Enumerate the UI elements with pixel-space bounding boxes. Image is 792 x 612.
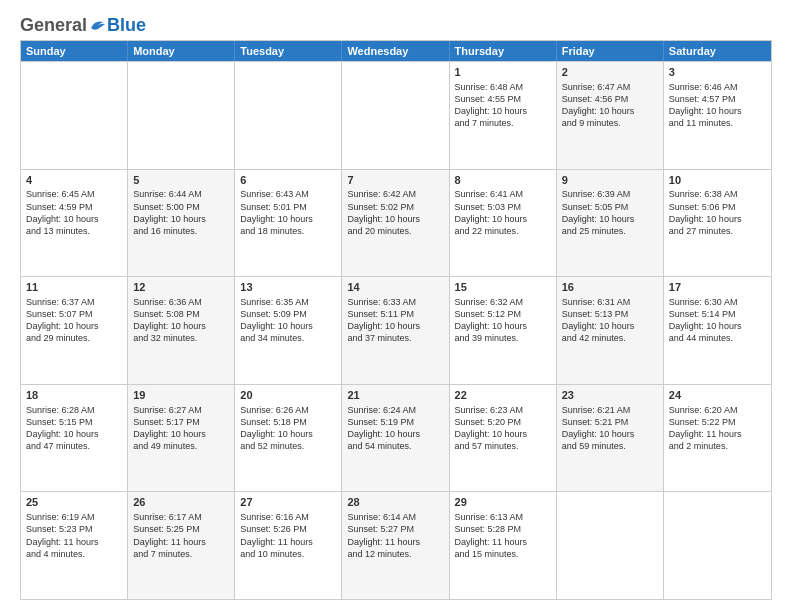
day-info: Sunrise: 6:47 AM Sunset: 4:56 PM Dayligh… (562, 81, 658, 130)
calendar-cell: 17Sunrise: 6:30 AM Sunset: 5:14 PM Dayli… (664, 277, 771, 384)
calendar-cell: 24Sunrise: 6:20 AM Sunset: 5:22 PM Dayli… (664, 385, 771, 492)
day-number: 20 (240, 388, 336, 403)
logo-bird-icon (89, 18, 107, 32)
day-number: 14 (347, 280, 443, 295)
calendar-cell: 15Sunrise: 6:32 AM Sunset: 5:12 PM Dayli… (450, 277, 557, 384)
day-number: 18 (26, 388, 122, 403)
day-info: Sunrise: 6:36 AM Sunset: 5:08 PM Dayligh… (133, 296, 229, 345)
day-number: 7 (347, 173, 443, 188)
calendar-cell (235, 62, 342, 169)
calendar-cell: 25Sunrise: 6:19 AM Sunset: 5:23 PM Dayli… (21, 492, 128, 599)
day-number: 1 (455, 65, 551, 80)
day-number: 10 (669, 173, 766, 188)
day-info: Sunrise: 6:26 AM Sunset: 5:18 PM Dayligh… (240, 404, 336, 453)
calendar-cell: 18Sunrise: 6:28 AM Sunset: 5:15 PM Dayli… (21, 385, 128, 492)
day-info: Sunrise: 6:31 AM Sunset: 5:13 PM Dayligh… (562, 296, 658, 345)
day-info: Sunrise: 6:13 AM Sunset: 5:28 PM Dayligh… (455, 511, 551, 560)
calendar-cell: 5Sunrise: 6:44 AM Sunset: 5:00 PM Daylig… (128, 170, 235, 277)
logo: General Blue (20, 16, 146, 34)
day-number: 3 (669, 65, 766, 80)
day-info: Sunrise: 6:23 AM Sunset: 5:20 PM Dayligh… (455, 404, 551, 453)
page-header: General Blue (20, 16, 772, 34)
day-info: Sunrise: 6:41 AM Sunset: 5:03 PM Dayligh… (455, 188, 551, 237)
calendar-week-2: 4Sunrise: 6:45 AM Sunset: 4:59 PM Daylig… (21, 169, 771, 277)
day-info: Sunrise: 6:33 AM Sunset: 5:11 PM Dayligh… (347, 296, 443, 345)
header-day-thursday: Thursday (450, 41, 557, 61)
calendar-cell: 1Sunrise: 6:48 AM Sunset: 4:55 PM Daylig… (450, 62, 557, 169)
header-day-sunday: Sunday (21, 41, 128, 61)
calendar-week-4: 18Sunrise: 6:28 AM Sunset: 5:15 PM Dayli… (21, 384, 771, 492)
day-info: Sunrise: 6:21 AM Sunset: 5:21 PM Dayligh… (562, 404, 658, 453)
day-number: 19 (133, 388, 229, 403)
header-day-monday: Monday (128, 41, 235, 61)
calendar-cell: 9Sunrise: 6:39 AM Sunset: 5:05 PM Daylig… (557, 170, 664, 277)
calendar-cell: 28Sunrise: 6:14 AM Sunset: 5:27 PM Dayli… (342, 492, 449, 599)
day-number: 8 (455, 173, 551, 188)
day-number: 28 (347, 495, 443, 510)
calendar-header: SundayMondayTuesdayWednesdayThursdayFrid… (21, 41, 771, 61)
logo-general-text: General (20, 16, 87, 34)
day-number: 23 (562, 388, 658, 403)
calendar-cell: 4Sunrise: 6:45 AM Sunset: 4:59 PM Daylig… (21, 170, 128, 277)
header-day-saturday: Saturday (664, 41, 771, 61)
calendar-cell: 29Sunrise: 6:13 AM Sunset: 5:28 PM Dayli… (450, 492, 557, 599)
calendar-cell: 22Sunrise: 6:23 AM Sunset: 5:20 PM Dayli… (450, 385, 557, 492)
calendar-cell: 3Sunrise: 6:46 AM Sunset: 4:57 PM Daylig… (664, 62, 771, 169)
day-info: Sunrise: 6:35 AM Sunset: 5:09 PM Dayligh… (240, 296, 336, 345)
calendar-cell: 8Sunrise: 6:41 AM Sunset: 5:03 PM Daylig… (450, 170, 557, 277)
day-info: Sunrise: 6:38 AM Sunset: 5:06 PM Dayligh… (669, 188, 766, 237)
day-info: Sunrise: 6:39 AM Sunset: 5:05 PM Dayligh… (562, 188, 658, 237)
day-info: Sunrise: 6:17 AM Sunset: 5:25 PM Dayligh… (133, 511, 229, 560)
calendar-cell: 11Sunrise: 6:37 AM Sunset: 5:07 PM Dayli… (21, 277, 128, 384)
calendar-page: General Blue SundayMondayTuesdayWednesda… (0, 0, 792, 612)
calendar-body: 1Sunrise: 6:48 AM Sunset: 4:55 PM Daylig… (21, 61, 771, 599)
header-day-wednesday: Wednesday (342, 41, 449, 61)
day-info: Sunrise: 6:45 AM Sunset: 4:59 PM Dayligh… (26, 188, 122, 237)
calendar-cell: 13Sunrise: 6:35 AM Sunset: 5:09 PM Dayli… (235, 277, 342, 384)
day-number: 11 (26, 280, 122, 295)
day-info: Sunrise: 6:43 AM Sunset: 5:01 PM Dayligh… (240, 188, 336, 237)
calendar-cell: 6Sunrise: 6:43 AM Sunset: 5:01 PM Daylig… (235, 170, 342, 277)
calendar-cell: 7Sunrise: 6:42 AM Sunset: 5:02 PM Daylig… (342, 170, 449, 277)
calendar-cell (128, 62, 235, 169)
calendar-cell: 26Sunrise: 6:17 AM Sunset: 5:25 PM Dayli… (128, 492, 235, 599)
calendar-cell: 10Sunrise: 6:38 AM Sunset: 5:06 PM Dayli… (664, 170, 771, 277)
day-number: 9 (562, 173, 658, 188)
calendar-cell (342, 62, 449, 169)
day-info: Sunrise: 6:42 AM Sunset: 5:02 PM Dayligh… (347, 188, 443, 237)
day-info: Sunrise: 6:32 AM Sunset: 5:12 PM Dayligh… (455, 296, 551, 345)
day-number: 24 (669, 388, 766, 403)
day-info: Sunrise: 6:19 AM Sunset: 5:23 PM Dayligh… (26, 511, 122, 560)
calendar-cell: 20Sunrise: 6:26 AM Sunset: 5:18 PM Dayli… (235, 385, 342, 492)
header-day-tuesday: Tuesday (235, 41, 342, 61)
calendar-cell: 21Sunrise: 6:24 AM Sunset: 5:19 PM Dayli… (342, 385, 449, 492)
day-number: 15 (455, 280, 551, 295)
calendar-cell: 2Sunrise: 6:47 AM Sunset: 4:56 PM Daylig… (557, 62, 664, 169)
day-number: 29 (455, 495, 551, 510)
calendar: SundayMondayTuesdayWednesdayThursdayFrid… (20, 40, 772, 600)
calendar-cell (557, 492, 664, 599)
day-info: Sunrise: 6:30 AM Sunset: 5:14 PM Dayligh… (669, 296, 766, 345)
header-day-friday: Friday (557, 41, 664, 61)
day-info: Sunrise: 6:14 AM Sunset: 5:27 PM Dayligh… (347, 511, 443, 560)
calendar-cell: 14Sunrise: 6:33 AM Sunset: 5:11 PM Dayli… (342, 277, 449, 384)
day-info: Sunrise: 6:20 AM Sunset: 5:22 PM Dayligh… (669, 404, 766, 453)
day-info: Sunrise: 6:16 AM Sunset: 5:26 PM Dayligh… (240, 511, 336, 560)
day-info: Sunrise: 6:48 AM Sunset: 4:55 PM Dayligh… (455, 81, 551, 130)
calendar-week-5: 25Sunrise: 6:19 AM Sunset: 5:23 PM Dayli… (21, 491, 771, 599)
day-number: 5 (133, 173, 229, 188)
day-info: Sunrise: 6:46 AM Sunset: 4:57 PM Dayligh… (669, 81, 766, 130)
day-info: Sunrise: 6:24 AM Sunset: 5:19 PM Dayligh… (347, 404, 443, 453)
calendar-cell: 19Sunrise: 6:27 AM Sunset: 5:17 PM Dayli… (128, 385, 235, 492)
calendar-week-1: 1Sunrise: 6:48 AM Sunset: 4:55 PM Daylig… (21, 61, 771, 169)
calendar-cell: 16Sunrise: 6:31 AM Sunset: 5:13 PM Dayli… (557, 277, 664, 384)
day-number: 2 (562, 65, 658, 80)
logo-blue-text: Blue (107, 16, 146, 34)
calendar-cell (664, 492, 771, 599)
day-number: 26 (133, 495, 229, 510)
calendar-week-3: 11Sunrise: 6:37 AM Sunset: 5:07 PM Dayli… (21, 276, 771, 384)
day-number: 4 (26, 173, 122, 188)
day-info: Sunrise: 6:27 AM Sunset: 5:17 PM Dayligh… (133, 404, 229, 453)
day-number: 12 (133, 280, 229, 295)
day-number: 13 (240, 280, 336, 295)
